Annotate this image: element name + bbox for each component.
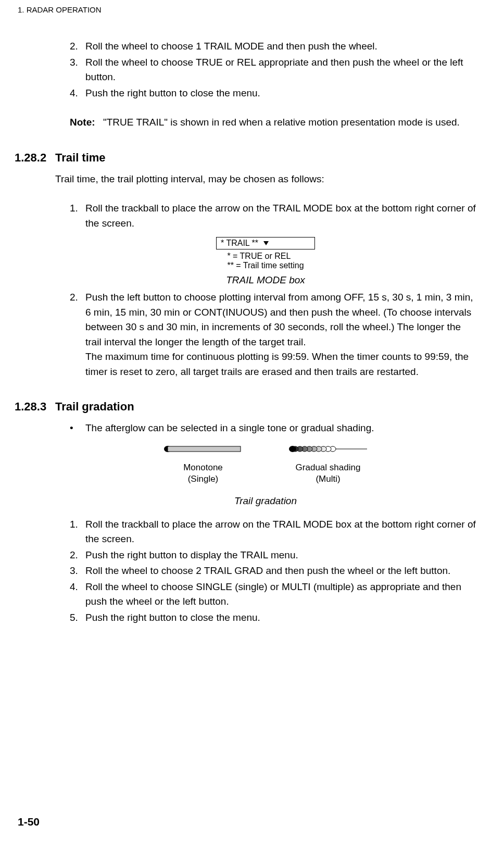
trail-box-label: * TRAIL **	[221, 239, 258, 247]
list-number: 5.	[70, 610, 85, 626]
gradation-list: 1. Roll the trackball to place the arrow…	[55, 517, 476, 626]
list-item: 5. Push the right button to close the me…	[70, 610, 476, 626]
list-text: Push the left button to choose plotting …	[85, 290, 476, 379]
gradual-trail-icon	[289, 445, 367, 453]
label-line: (Single)	[188, 474, 219, 484]
figure-caption: TRAIL MODE box	[55, 274, 476, 286]
list-item: 1. Roll the trackball to place the arrow…	[70, 201, 476, 231]
section-intro: Trail time, the trail plotting interval,…	[55, 172, 476, 187]
list-number: 4.	[70, 86, 85, 101]
legend-line: * = TRUE or REL	[227, 252, 304, 261]
section-title: Trail time	[55, 151, 106, 165]
list-number: 3.	[70, 55, 85, 85]
list-paragraph: The maximum time for continuous plotting…	[85, 351, 469, 377]
gradual-item: Gradual shading (Multi)	[289, 445, 367, 485]
section-number: 1.28.3	[15, 400, 55, 414]
list-item: 4. Push the right button to close the me…	[70, 86, 476, 101]
list-text: Roll the wheel to choose 1 TRAIL MODE an…	[85, 39, 476, 54]
monotone-item: Monotone (Single)	[164, 445, 242, 485]
page-header: 1. RADAR OPERATION	[0, 0, 504, 14]
gradual-label: Gradual shading (Multi)	[296, 462, 361, 485]
note-label: Note:	[70, 115, 101, 130]
list-item: 2. Push the left button to choose plotti…	[70, 290, 476, 379]
label-line: Gradual shading	[296, 463, 361, 472]
svg-point-12	[289, 446, 296, 452]
list-number: 1.	[70, 517, 85, 547]
list-text: Roll the wheel to choose TRUE or REL app…	[85, 55, 476, 85]
label-line: Monotone	[183, 463, 223, 472]
list-number: 2.	[70, 548, 85, 563]
list-item: 1. Roll the trackball to place the arrow…	[70, 517, 476, 547]
list-item: 4. Roll the wheel to choose SINGLE (sing…	[70, 580, 476, 609]
list-text: Push the right button to close the menu.	[85, 610, 476, 626]
trail-mode-box: * TRAIL **	[216, 237, 315, 249]
list-text: Roll the wheel to choose SINGLE (single)…	[85, 580, 476, 609]
note-text: "TRUE TRAIL" is shown in red when a rela…	[103, 115, 476, 130]
figure-caption: Trail gradation	[55, 495, 476, 507]
monotone-label: Monotone (Single)	[183, 462, 223, 485]
list-number: 3.	[70, 564, 85, 579]
trail-time-list: 1. Roll the trackball to place the arrow…	[55, 201, 476, 231]
label-line: (Multi)	[316, 474, 340, 484]
list-paragraph: Push the left button to choose plotting …	[85, 292, 473, 347]
section-number: 1.28.2	[15, 151, 55, 165]
list-text: Roll the trackball to place the arrow on…	[85, 517, 476, 547]
gradation-figure: Monotone (Single)	[55, 445, 476, 507]
list-text: Roll the wheel to choose 2 TRAIL GRAD an…	[85, 564, 476, 579]
bullet-dot-icon: •	[70, 421, 85, 436]
list-text: Roll the trackball to place the arrow on…	[85, 201, 476, 231]
list-item: 2. Roll the wheel to choose 1 TRAIL MODE…	[70, 39, 476, 54]
list-text: Push the right button to close the menu.	[85, 86, 476, 101]
top-ordered-list: 2. Roll the wheel to choose 1 TRAIL MODE…	[55, 39, 476, 101]
list-item: 3. Roll the wheel to choose TRUE or REL …	[70, 55, 476, 85]
gradation-row: Monotone (Single)	[55, 445, 476, 485]
note-block: Note: "TRUE TRAIL" is shown in red when …	[55, 115, 476, 130]
list-number: 4.	[70, 580, 85, 609]
list-number: 2.	[70, 39, 85, 54]
section-heading-trail-time: 1.28.2 Trail time	[55, 151, 476, 165]
bullet-item: • The afterglow can be selected in a sin…	[55, 421, 476, 436]
section-heading-trail-gradation: 1.28.3 Trail gradation	[55, 400, 476, 414]
legend-line: ** = Trail time setting	[227, 261, 304, 270]
list-item: 3. Roll the wheel to choose 2 TRAIL GRAD…	[70, 564, 476, 579]
bullet-text: The afterglow can be selected in a singl…	[85, 421, 374, 436]
page-content: 2. Roll the wheel to choose 1 TRAIL MODE…	[0, 14, 504, 625]
trail-mode-box-figure: * TRAIL ** * = TRUE or REL ** = Trail ti…	[55, 237, 476, 286]
list-number: 1.	[70, 201, 85, 231]
list-item: 2. Push the right button to display the …	[70, 548, 476, 563]
dropdown-triangle-icon	[263, 241, 269, 245]
trail-time-list-2: 2. Push the left button to choose plotti…	[55, 290, 476, 379]
list-number: 2.	[70, 290, 85, 379]
monotone-trail-icon	[164, 445, 242, 453]
page-number: 1-50	[18, 816, 40, 828]
list-text: Push the right button to display the TRA…	[85, 548, 476, 563]
section-title: Trail gradation	[55, 400, 134, 414]
svg-rect-1	[168, 446, 241, 452]
trail-legend: * = TRUE or REL ** = Trail time setting	[227, 252, 304, 270]
